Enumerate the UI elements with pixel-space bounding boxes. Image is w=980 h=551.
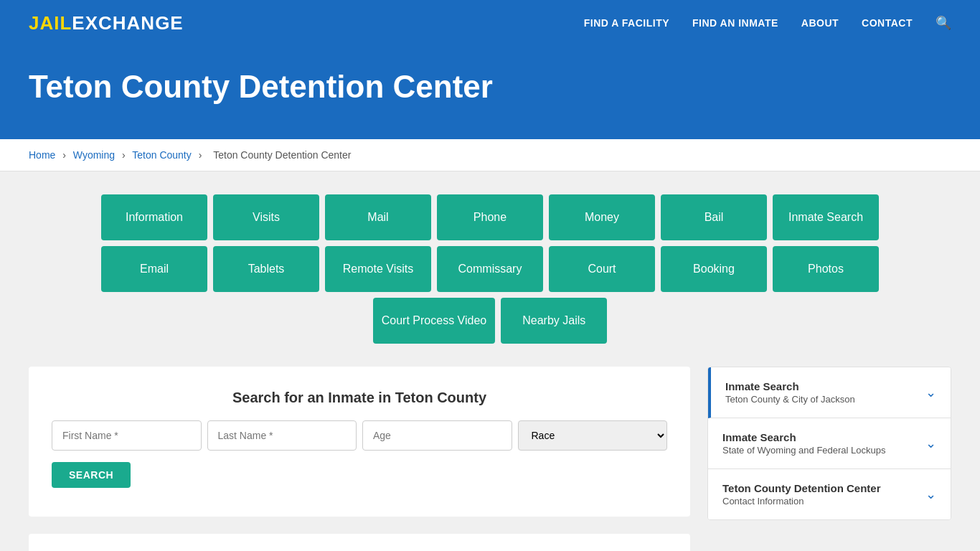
sidebar-item-left-3: Teton County Detention Center Contact In… bbox=[722, 482, 881, 507]
tile-court[interactable]: Court bbox=[549, 246, 655, 292]
breadcrumb-current: Teton County Detention Center bbox=[213, 149, 351, 161]
sidebar-item-sub-3: Contact Information bbox=[722, 496, 881, 507]
last-name-input[interactable] bbox=[207, 420, 357, 451]
hero-section: Teton County Detention Center bbox=[0, 46, 980, 139]
age-input[interactable] bbox=[362, 420, 512, 451]
tile-buttons-grid: Information Visits Mail Phone Money Bail… bbox=[29, 194, 951, 344]
tile-row-1: Information Visits Mail Phone Money Bail… bbox=[101, 194, 879, 240]
sidebar-item-left-1: Inmate Search Teton County & City of Jac… bbox=[725, 380, 855, 405]
first-name-input[interactable] bbox=[52, 420, 202, 451]
chevron-down-icon-2: ⌄ bbox=[925, 435, 936, 451]
sidebar-item-inmate-search-teton[interactable]: Inmate Search Teton County & City of Jac… bbox=[708, 367, 951, 418]
sidebar-item-title-3: Teton County Detention Center bbox=[722, 482, 881, 494]
tile-booking[interactable]: Booking bbox=[661, 246, 767, 292]
tile-phone[interactable]: Phone bbox=[437, 194, 543, 240]
main-content: Information Visits Mail Phone Money Bail… bbox=[0, 171, 980, 551]
tile-nearby-jails[interactable]: Nearby Jails bbox=[501, 298, 607, 344]
chevron-down-icon-3: ⌄ bbox=[925, 486, 936, 502]
sidebar-item-inmate-search-wyoming[interactable]: Inmate Search State of Wyoming and Feder… bbox=[708, 418, 951, 469]
sidebar-item-left-2: Inmate Search State of Wyoming and Feder… bbox=[722, 431, 886, 456]
logo-exchange: EXCHANGE bbox=[72, 12, 183, 34]
tile-inmate-search[interactable]: Inmate Search bbox=[773, 194, 879, 240]
sidebar-item-sub-2: State of Wyoming and Federal Lockups bbox=[722, 445, 886, 456]
breadcrumb-teton-county[interactable]: Teton County bbox=[132, 149, 192, 161]
main-nav: FIND A FACILITY FIND AN INMATE ABOUT CON… bbox=[584, 15, 951, 31]
tile-mail[interactable]: Mail bbox=[325, 194, 431, 240]
tile-money[interactable]: Money bbox=[549, 194, 655, 240]
left-column: Search for an Inmate in Teton County Rac… bbox=[29, 367, 690, 551]
tile-bail[interactable]: Bail bbox=[661, 194, 767, 240]
tile-email[interactable]: Email bbox=[101, 246, 207, 292]
breadcrumb-wyoming[interactable]: Wyoming bbox=[73, 149, 115, 161]
tile-commissary[interactable]: Commissary bbox=[437, 246, 543, 292]
tile-visits[interactable]: Visits bbox=[213, 194, 319, 240]
two-column-layout: Search for an Inmate in Teton County Rac… bbox=[29, 367, 951, 551]
site-logo[interactable]: JAILEXCHANGE bbox=[29, 12, 184, 34]
tile-remote-visits[interactable]: Remote Visits bbox=[325, 246, 431, 292]
race-select[interactable]: Race White Black Hispanic Asian Other bbox=[518, 420, 668, 451]
breadcrumb-sep-2: › bbox=[122, 149, 126, 161]
tile-row-3: Court Process Video Nearby Jails bbox=[373, 298, 607, 344]
tile-information[interactable]: Information bbox=[101, 194, 207, 240]
search-form-row: Race White Black Hispanic Asian Other bbox=[52, 420, 667, 451]
tile-row-2: Email Tablets Remote Visits Commissary C… bbox=[101, 246, 879, 292]
sidebar-item-contact-info[interactable]: Teton County Detention Center Contact In… bbox=[708, 469, 951, 519]
sidebar-item-title-1: Inmate Search bbox=[725, 380, 855, 392]
tile-photos[interactable]: Photos bbox=[773, 246, 879, 292]
chevron-down-icon-1: ⌄ bbox=[925, 385, 936, 400]
bottom-info-section: Teton County Detention Center Informatio… bbox=[29, 534, 690, 551]
nav-about[interactable]: ABOUT bbox=[801, 17, 839, 29]
search-icon[interactable]: 🔍 bbox=[936, 15, 951, 31]
breadcrumb-home[interactable]: Home bbox=[29, 149, 55, 161]
tile-court-process-video[interactable]: Court Process Video bbox=[373, 298, 495, 344]
tile-tablets[interactable]: Tablets bbox=[213, 246, 319, 292]
sidebar-item-title-2: Inmate Search bbox=[722, 431, 886, 443]
sidebar-item-sub-1: Teton County & City of Jackson bbox=[725, 394, 855, 405]
sidebar: Inmate Search Teton County & City of Jac… bbox=[707, 367, 951, 520]
breadcrumb-sep-1: › bbox=[62, 149, 66, 161]
search-button[interactable]: SEARCH bbox=[52, 462, 131, 488]
breadcrumb: Home › Wyoming › Teton County › Teton Co… bbox=[0, 139, 980, 171]
nav-find-inmate[interactable]: FIND AN INMATE bbox=[692, 17, 778, 29]
logo-jail: JAIL bbox=[29, 12, 72, 34]
inmate-search-box: Search for an Inmate in Teton County Rac… bbox=[29, 367, 690, 517]
page-title: Teton County Detention Center bbox=[29, 69, 951, 105]
search-form-title: Search for an Inmate in Teton County bbox=[52, 390, 667, 406]
nav-contact[interactable]: CONTACT bbox=[862, 17, 913, 29]
nav-find-facility[interactable]: FIND A FACILITY bbox=[584, 17, 669, 29]
breadcrumb-sep-3: › bbox=[199, 149, 202, 161]
site-header: JAILEXCHANGE FIND A FACILITY FIND AN INM… bbox=[0, 0, 980, 46]
